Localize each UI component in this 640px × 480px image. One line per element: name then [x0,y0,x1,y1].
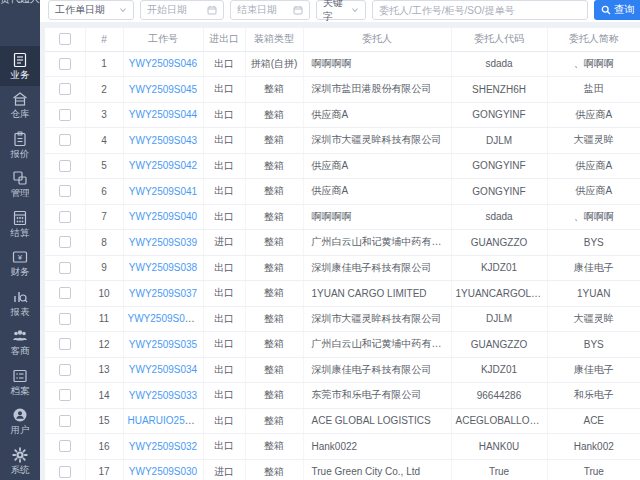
sidebar-item-finance[interactable]: ¥财务 [0,244,40,284]
box-type-cell: 整箱 [245,179,303,205]
row-checkbox[interactable] [59,160,71,172]
table-row: 14YWY2509S033出口整箱东莞市和乐电子有限公司96644286和乐电子 [45,383,640,409]
row-checkbox-cell [45,128,85,154]
table-row: 6YWY2509S041出口整箱供应商AGONGYINF供应商A [45,179,640,205]
client-short-cell: True [547,459,640,480]
table-row: 8YWY2509S039进口整箱广州白云山和记黄埔中药有限...GUANGZZO… [45,230,640,256]
column-header: 委托人简称 [547,28,640,51]
row-index: 8 [85,230,123,256]
table-header-row: # 工作号 进出口 装箱类型 委托人 委托人代码 委托人简称 [45,28,640,51]
job-number-link[interactable]: YWY2509S039 [129,237,197,248]
people-icon [12,328,28,344]
row-checkbox[interactable] [59,287,71,299]
box-type-cell: 整箱 [245,153,303,179]
search-input[interactable] [379,5,581,16]
sidebar-item-manage[interactable]: 管理 [0,165,40,205]
box-type-cell: 整箱 [245,332,303,358]
row-checkbox[interactable] [59,211,71,223]
row-checkbox[interactable] [59,364,71,376]
row-checkbox-cell [45,434,85,460]
job-number-link[interactable]: YWY2509S044 [129,109,197,120]
job-number-link[interactable]: YWY2509S043 [129,135,197,146]
row-checkbox[interactable] [59,440,71,452]
table-row: 3YWY2509S044出口整箱供应商AGONGYINF供应商A [45,102,640,128]
client-short-cell: 大疆灵眸 [547,128,640,154]
job-number-link[interactable]: YWY2509S035 [129,339,197,350]
row-index: 5 [85,153,123,179]
job-number-cell: YWY2509S045 [123,77,203,103]
sidebar-item-customers[interactable]: 客商 [0,323,40,363]
job-number-link[interactable]: YWY2509S036-1 [128,313,204,324]
row-index: 7 [85,204,123,230]
import-export-cell: 出口 [203,51,245,77]
row-index: 1 [85,51,123,77]
row-checkbox[interactable] [59,338,71,350]
row-checkbox[interactable] [59,466,71,478]
sidebar-item-label: 报表 [11,307,30,317]
row-index: 14 [85,383,123,409]
job-number-link[interactable]: YWY2509S033 [129,390,197,401]
row-checkbox-cell [45,306,85,332]
job-number-link[interactable]: YWY2509S038 [129,262,197,273]
client-code-cell: ACEGLOBALLOGISTICS [451,408,547,434]
row-checkbox[interactable] [59,185,71,197]
job-number-link[interactable]: HUARUIO2509... [128,415,204,426]
job-number-link[interactable]: YWY2509S041 [129,186,197,197]
sidebar-item-business[interactable]: 业务 [0,46,40,86]
client-short-cell: 供应商A [547,179,640,205]
sidebar-item-warehouse[interactable]: 仓库 [0,86,40,126]
job-number-link[interactable]: YWY2509S045 [129,84,197,95]
select-all-checkbox[interactable] [59,33,71,45]
table-row: 13YWY2509S034出口整箱深圳康佳电子科技有限公司KJDZ01康佳电子 [45,357,640,383]
search-button[interactable]: 查询 [594,0,640,20]
job-number-link[interactable]: YWY2509S030 [129,466,197,477]
table-row: 15HUARUIO2509...出口整箱ACE GLOBAL LOGISTICS… [45,408,640,434]
row-checkbox[interactable] [59,313,71,325]
end-date-input[interactable]: 结束日期 [230,0,310,20]
job-number-cell: YWY2509S034 [123,357,203,383]
client-code-cell: KJDZ01 [451,255,547,281]
row-checkbox[interactable] [59,389,71,401]
list-box-icon [12,368,28,384]
client-code-cell: GONGYINF [451,102,547,128]
calendar-icon [293,5,303,15]
sidebar-item-settle[interactable]: 结算 [0,204,40,244]
box-type-cell: 整箱 [245,281,303,307]
client-code-cell: GUANGZZO [451,332,547,358]
row-checkbox[interactable] [59,236,71,248]
job-number-link[interactable]: YWY2509S032 [129,441,197,452]
sidebar-item-report[interactable]: 报表 [0,283,40,323]
client-short-cell: 1YUAN [547,281,640,307]
row-checkbox[interactable] [59,58,71,70]
row-checkbox[interactable] [59,415,71,427]
row-checkbox[interactable] [59,83,71,95]
keyword-type-select[interactable]: 关键字 [316,0,366,20]
client-short-cell: 大疆灵眸 [547,306,640,332]
keyword-search-field [372,0,588,20]
row-index: 4 [85,128,123,154]
row-checkbox-cell [45,255,85,281]
sidebar-item-user[interactable]: 用户 [0,402,40,442]
row-checkbox[interactable] [59,134,71,146]
date-type-value: 工作单日期 [55,3,119,17]
date-type-select[interactable]: 工作单日期 [48,0,134,20]
sidebar-item-system[interactable]: 系统 [0,441,40,480]
row-checkbox-cell [45,204,85,230]
job-number-link[interactable]: YWY2509S034 [129,364,197,375]
job-number-link[interactable]: YWY2509S046 [129,58,197,69]
job-number-link[interactable]: YWY2509S040 [129,211,197,222]
sidebar-item-quote[interactable]: 报价 [0,125,40,165]
job-number-link[interactable]: YWY2509S037 [129,288,197,299]
job-number-link[interactable]: YWY2509S042 [129,160,197,171]
row-index: 3 [85,102,123,128]
sidebar-item-label: 结算 [11,228,30,238]
document-icon [12,52,28,68]
job-number-cell: YWY2509S032 [123,434,203,460]
table-row: 10YWY2509S037出口整箱1YUAN CARGO LIMITED1YUA… [45,281,640,307]
work-orders-table: # 工作号 进出口 装箱类型 委托人 委托人代码 委托人简称 1YWY2509S… [45,28,640,480]
search-button-label: 查询 [614,3,635,17]
row-checkbox[interactable] [59,262,71,274]
start-date-input[interactable]: 开始日期 [140,0,224,20]
sidebar-item-archive[interactable]: 档案 [0,362,40,402]
row-checkbox[interactable] [59,109,71,121]
